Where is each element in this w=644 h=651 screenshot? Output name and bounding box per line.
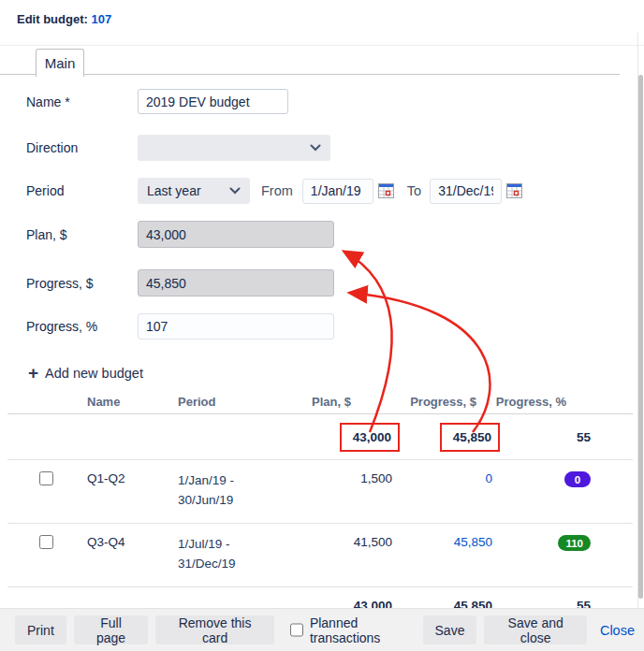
table-row: Q3-Q4 1/Jul/19 -31/Dec/19 41,500 45,850 … bbox=[7, 524, 633, 587]
progress-percent-label: Progress, % bbox=[26, 319, 138, 334]
totals-progress: 45,850 bbox=[453, 430, 491, 444]
tab-bar: Main bbox=[0, 45, 644, 75]
save-and-close-button[interactable]: Save and close bbox=[484, 615, 586, 644]
period-preset-select[interactable]: Last year bbox=[138, 178, 250, 204]
scrollbar-thumb[interactable] bbox=[638, 75, 643, 599]
row-checkbox[interactable] bbox=[39, 471, 53, 485]
page-title-label: Edit budget: bbox=[17, 12, 88, 26]
to-date-input[interactable] bbox=[430, 179, 502, 204]
calendar-icon[interactable] bbox=[378, 183, 394, 198]
name-row: Name * bbox=[26, 89, 644, 114]
plan-label: Plan, $ bbox=[26, 227, 138, 242]
totals-plan: 43,000 bbox=[353, 430, 391, 444]
plus-icon: + bbox=[28, 366, 38, 381]
period-label: Period bbox=[26, 183, 138, 198]
direction-row: Direction bbox=[26, 135, 644, 161]
to-label: To bbox=[407, 183, 421, 198]
row-progress-link[interactable]: 45,850 bbox=[454, 535, 492, 549]
checkbox-column-header bbox=[7, 389, 75, 414]
add-new-budget-label: Add new budget bbox=[45, 366, 143, 381]
sub-budgets-table: Name Period Plan, $ Progress, $ Progress… bbox=[7, 389, 633, 625]
row-name: Q1-Q2 bbox=[75, 460, 168, 524]
progress-amount-input bbox=[138, 269, 334, 297]
row-plan: 41,500 bbox=[271, 524, 393, 587]
progress-percent-row: Progress, % bbox=[26, 313, 644, 340]
calendar-icon[interactable] bbox=[506, 183, 522, 198]
budget-id-link[interactable]: 107 bbox=[91, 12, 111, 26]
direction-label: Direction bbox=[26, 140, 138, 155]
save-button[interactable]: Save bbox=[423, 615, 477, 644]
edit-budget-dialog: Edit budget: 107 Main Name * Direction P… bbox=[0, 0, 644, 651]
planned-transactions-checkbox[interactable] bbox=[290, 623, 303, 637]
totals-percent: 55 bbox=[493, 414, 633, 460]
progress-amount-label: Progress, $ bbox=[26, 276, 138, 291]
close-link[interactable]: Close bbox=[600, 623, 635, 638]
tab-main[interactable]: Main bbox=[36, 49, 84, 77]
period-row: Period Last year From To bbox=[26, 178, 644, 204]
plan-input bbox=[138, 221, 334, 248]
footer-bar: Print Full page Remove this card Planned… bbox=[0, 608, 644, 651]
header-percent: Progress, % bbox=[493, 389, 633, 414]
header-progress: Progress, $ bbox=[393, 389, 493, 414]
row-plan: 1,500 bbox=[271, 460, 393, 524]
row-progress-link[interactable]: 0 bbox=[485, 471, 492, 485]
full-page-button[interactable]: Full page bbox=[74, 615, 148, 644]
name-input[interactable] bbox=[138, 89, 288, 114]
direction-select[interactable] bbox=[138, 135, 330, 161]
planned-transactions-label: Planned transactions bbox=[310, 615, 423, 645]
header-name: Name bbox=[75, 389, 168, 414]
page-title: Edit budget: 107 bbox=[0, 0, 644, 45]
row-period: 1/Jul/19 -31/Dec/19 bbox=[168, 524, 271, 587]
period-preset-value: Last year bbox=[147, 183, 201, 198]
add-new-budget-button[interactable]: + Add new budget bbox=[28, 364, 644, 383]
table-row: Q1-Q2 1/Jan/19 -30/Jun/19 1,500 0 0 bbox=[7, 460, 633, 524]
from-date-input[interactable] bbox=[302, 179, 373, 204]
table-header-row: Name Period Plan, $ Progress, $ Progress… bbox=[7, 389, 633, 414]
totals-top-row: 43,000 45,850 55 bbox=[7, 414, 633, 460]
progress-badge: 0 bbox=[564, 471, 591, 487]
progress-badge: 110 bbox=[558, 535, 591, 551]
row-name: Q3-Q4 bbox=[75, 524, 168, 587]
header-plan: Plan, $ bbox=[271, 389, 393, 414]
row-checkbox[interactable] bbox=[39, 535, 53, 549]
print-button[interactable]: Print bbox=[15, 615, 66, 644]
planned-transactions-toggle: Planned transactions bbox=[290, 615, 422, 645]
chevron-down-icon bbox=[229, 187, 241, 195]
header-period: Period bbox=[168, 389, 271, 414]
name-label: Name * bbox=[26, 94, 138, 109]
remove-card-button[interactable]: Remove this card bbox=[155, 615, 274, 644]
chevron-down-icon bbox=[310, 144, 321, 152]
highlight-box-progress: 45,850 bbox=[440, 423, 500, 452]
from-label: From bbox=[261, 183, 293, 198]
budget-form: Name * Direction Period Last year From bbox=[0, 75, 644, 340]
progress-percent-input[interactable] bbox=[138, 313, 334, 340]
progress-amount-row: Progress, $ bbox=[26, 269, 644, 297]
plan-row: Plan, $ bbox=[26, 221, 644, 248]
highlight-box-plan: 43,000 bbox=[340, 423, 400, 452]
tab-underline bbox=[0, 74, 620, 75]
row-period: 1/Jan/19 -30/Jun/19 bbox=[168, 460, 271, 524]
